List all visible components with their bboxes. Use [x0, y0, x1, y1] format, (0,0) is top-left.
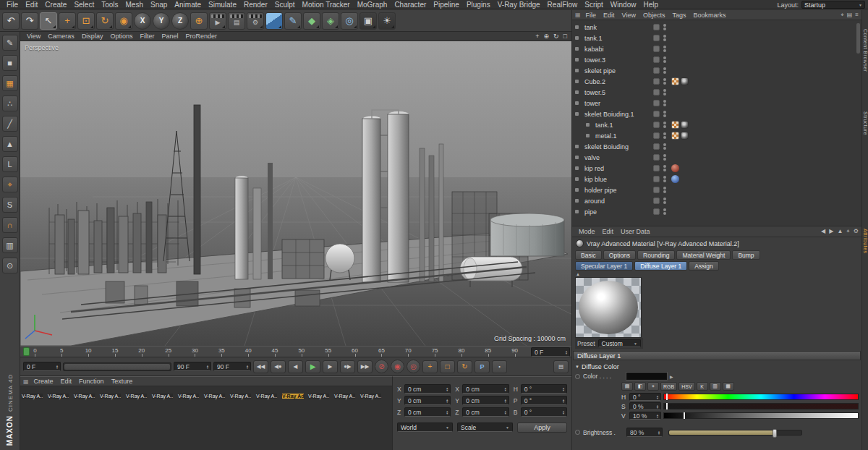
- attribute-menu-item[interactable]: User Data: [617, 228, 654, 235]
- material-layer-tab[interactable]: Specular Layer 1: [575, 261, 633, 271]
- object-row[interactable]: around: [572, 195, 861, 206]
- spinner-icon[interactable]: [655, 395, 659, 399]
- viewport-menu-item[interactable]: Options: [106, 33, 136, 40]
- menubar-item[interactable]: Snap: [147, 1, 171, 9]
- material-thumb[interactable]: V-Ray A..: [178, 388, 203, 401]
- layer-chip[interactable]: [653, 132, 660, 139]
- object-name[interactable]: kip blue: [584, 176, 607, 183]
- material-thumb[interactable]: V-Ray A..: [256, 388, 281, 401]
- expand-dot[interactable]: [575, 36, 579, 40]
- spinner-icon[interactable]: [444, 399, 448, 403]
- layer-chip[interactable]: [653, 89, 660, 95]
- add-deformer-button[interactable]: ◎: [341, 12, 358, 30]
- object-row[interactable]: tank.1: [572, 119, 861, 130]
- viewport-menu-item[interactable]: View: [23, 33, 44, 40]
- spinner-icon[interactable]: [503, 399, 507, 403]
- material-menu-item[interactable]: Texture: [108, 378, 137, 385]
- object-row[interactable]: tower.3: [572, 54, 861, 65]
- redo-button[interactable]: ↷: [21, 12, 38, 30]
- record-button[interactable]: ◉: [391, 360, 404, 373]
- scale-tool-button[interactable]: ⊡: [77, 12, 95, 30]
- visibility-dots[interactable]: [663, 208, 666, 215]
- layer-chip[interactable]: [653, 67, 660, 74]
- expand-dot[interactable]: [575, 145, 579, 148]
- points-mode-button[interactable]: ∴: [2, 95, 18, 111]
- object-name[interactable]: tower: [584, 100, 600, 107]
- material-thumb[interactable]: V-Ray A..: [152, 388, 177, 401]
- menubar-item[interactable]: Plugins: [463, 1, 494, 9]
- visibility-dots[interactable]: [663, 46, 666, 52]
- preview-collapse-arrow[interactable]: ▲: [572, 271, 861, 277]
- search-icon[interactable]: ⌖: [846, 228, 850, 235]
- viewport-menu-item[interactable]: ProRender: [182, 33, 221, 40]
- expand-dot[interactable]: [575, 210, 579, 213]
- expand-dot[interactable]: [575, 80, 579, 83]
- object-manager-menu-item[interactable]: Objects: [639, 12, 669, 19]
- visibility-dots[interactable]: [663, 187, 666, 193]
- layer-chip[interactable]: [653, 187, 660, 193]
- add-mograph-button[interactable]: ◈: [322, 12, 339, 30]
- spinner-icon[interactable]: [503, 387, 507, 391]
- go-to-end-button[interactable]: ▶▶: [357, 360, 373, 373]
- visibility-dots[interactable]: [663, 165, 666, 171]
- layer-chip[interactable]: [653, 46, 660, 52]
- material-thumb[interactable]: V-Ray A..: [22, 388, 47, 401]
- object-manager-menu-item[interactable]: Tags: [668, 12, 689, 19]
- position-z-input[interactable]: 0 cm: [404, 407, 451, 417]
- material-thumb[interactable]: V-Ray A..: [74, 388, 99, 401]
- undo-button[interactable]: ↶: [2, 12, 20, 30]
- object-row[interactable]: Cube.2: [572, 76, 861, 87]
- compact-mode-icon[interactable]: ▤: [621, 382, 633, 391]
- record-rotation-button[interactable]: ↻: [457, 360, 472, 373]
- history-forward-icon[interactable]: ▶: [829, 228, 833, 235]
- material-preview[interactable]: [575, 277, 642, 338]
- material-thumb[interactable]: V-Ray A..: [230, 388, 255, 401]
- material-menu-item[interactable]: Function: [75, 378, 108, 385]
- menubar-item[interactable]: Mesh: [122, 1, 147, 9]
- menubar-item[interactable]: Select: [70, 1, 98, 9]
- make-editable-button[interactable]: ✎: [2, 35, 18, 51]
- size-z-input[interactable]: 0 cm: [462, 407, 509, 417]
- channel-gradient-bar[interactable]: [663, 403, 859, 409]
- object-name[interactable]: Cube.2: [584, 78, 605, 85]
- object-name[interactable]: skelet pipe: [584, 67, 616, 75]
- object-row[interactable]: skelet Boiuding.1: [572, 109, 861, 119]
- axis-mode-button[interactable]: L: [2, 156, 18, 172]
- layer-chip[interactable]: [653, 24, 660, 30]
- rotate-view-icon[interactable]: ↻: [553, 33, 559, 40]
- spinner-icon[interactable]: [655, 414, 659, 418]
- expand-dot[interactable]: [586, 123, 590, 127]
- spinner-icon[interactable]: [54, 365, 59, 369]
- object-row[interactable]: skelet pipe: [572, 65, 861, 76]
- viewport-menu-item[interactable]: Filter: [136, 33, 158, 40]
- material-thumb[interactable]: V-Ray A..: [126, 388, 151, 401]
- visibility-dots[interactable]: [663, 198, 666, 204]
- expand-dot[interactable]: [575, 166, 579, 170]
- spinner-icon[interactable]: [561, 410, 565, 415]
- object-row[interactable]: tower: [572, 98, 861, 109]
- color-wheel-icon[interactable]: ◧: [634, 382, 646, 391]
- viewport-canvas[interactable]: [20, 41, 571, 346]
- menubar-item[interactable]: Pipeline: [430, 1, 463, 9]
- layout-dropdown[interactable]: Startup: [801, 1, 865, 9]
- object-manager-menu-item[interactable]: Bookmarks: [689, 12, 729, 19]
- layer-chip[interactable]: [653, 56, 660, 63]
- object-manager-menu-item[interactable]: File: [582, 12, 600, 19]
- brightness-slider-knob[interactable]: [773, 429, 777, 438]
- size-x-input[interactable]: 0 cm: [462, 384, 509, 394]
- rotation-h-input[interactable]: 0 °: [521, 384, 567, 394]
- add-spline-button[interactable]: ✎: [284, 12, 302, 30]
- workplane-button[interactable]: ▥: [2, 237, 18, 253]
- spinner-icon[interactable]: [563, 350, 568, 355]
- menubar-item[interactable]: Create: [41, 1, 70, 9]
- visibility-dots[interactable]: [663, 78, 666, 85]
- menubar-item[interactable]: MoGraph: [354, 1, 391, 9]
- timeline-ruler[interactable]: 051015202530354045505560657075808590 0 F: [20, 346, 571, 357]
- spinner-icon[interactable]: [656, 430, 660, 435]
- spinner-icon[interactable]: [205, 365, 209, 369]
- menubar-item[interactable]: File: [3, 1, 22, 9]
- layer-chip[interactable]: [653, 100, 660, 106]
- object-name[interactable]: tank: [584, 24, 597, 31]
- locked-workplane-button[interactable]: ⊙: [2, 258, 18, 273]
- edges-mode-button[interactable]: ╱: [2, 116, 18, 132]
